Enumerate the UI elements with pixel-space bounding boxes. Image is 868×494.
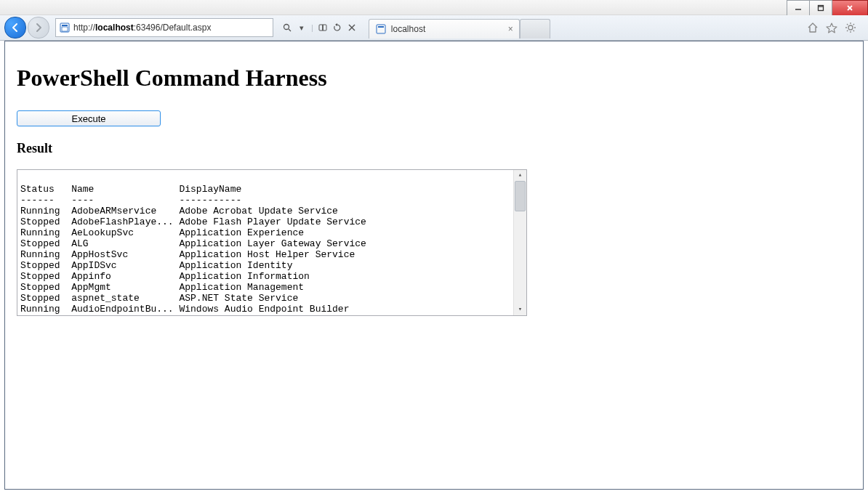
svg-line-9 [289, 29, 291, 31]
titlebar-background [4, 4, 787, 11]
window-controls [787, 0, 868, 15]
browser-window: http://localhost:63496/Default.aspx ▾ | [0, 0, 868, 494]
new-tab-button[interactable] [520, 19, 550, 39]
window-titlebar [0, 0, 868, 15]
search-icon[interactable] [282, 23, 292, 33]
svg-rect-15 [378, 26, 384, 28]
forward-button[interactable] [28, 17, 49, 39]
result-heading: Result [17, 141, 851, 156]
svg-line-22 [853, 31, 854, 31]
favorites-icon[interactable] [826, 22, 837, 33]
url-path: :63496/Default.aspx [134, 23, 212, 33]
compat-view-icon[interactable] [318, 23, 328, 33]
result-textarea[interactable]: Status Name DisplayName ------ ---- ----… [17, 169, 527, 316]
site-icon [59, 22, 71, 33]
url-prefix: http:// [73, 23, 95, 33]
tab-strip: localhost × [369, 17, 798, 39]
maximize-button[interactable] [810, 0, 832, 16]
tab-localhost[interactable]: localhost × [369, 19, 520, 39]
tools-icon[interactable] [845, 22, 856, 33]
svg-line-24 [853, 24, 854, 25]
home-icon[interactable] [807, 22, 819, 33]
result-content: Status Name DisplayName ------ ---- ----… [17, 170, 513, 315]
scroll-up-icon[interactable]: ▴ [515, 170, 526, 181]
svg-rect-7 [62, 27, 68, 31]
scrollbar[interactable]: ▴ ▾ [513, 170, 526, 315]
navigation-bar: http://localhost:63496/Default.aspx ▾ | [0, 15, 868, 41]
tab-favicon [375, 23, 387, 35]
tab-title: localhost [391, 24, 425, 34]
page-body: PowerShell Command Harness Execute Resul… [5, 41, 863, 316]
svg-point-8 [284, 25, 289, 30]
command-bar [800, 22, 864, 33]
minimize-button[interactable] [787, 0, 810, 16]
svg-line-21 [847, 24, 848, 25]
address-actions: ▾ | [275, 23, 364, 33]
refresh-icon[interactable] [332, 23, 342, 33]
dropdown-icon[interactable]: ▾ [297, 23, 307, 33]
close-button[interactable] [832, 0, 868, 16]
url-host: localhost [95, 23, 134, 33]
svg-line-23 [847, 31, 848, 31]
back-button[interactable] [4, 17, 26, 39]
page-title: PowerShell Command Harness [17, 65, 851, 92]
tab-close-icon[interactable]: × [508, 24, 513, 34]
stop-icon[interactable] [347, 23, 357, 33]
scroll-down-icon[interactable]: ▾ [515, 304, 526, 315]
separator: | [311, 23, 313, 32]
svg-rect-14 [377, 25, 385, 33]
scroll-thumb[interactable] [515, 181, 526, 211]
svg-rect-6 [62, 25, 68, 26]
execute-button[interactable]: Execute [17, 110, 161, 126]
address-bar[interactable]: http://localhost:63496/Default.aspx [55, 18, 273, 37]
content-frame: PowerShell Command Harness Execute Resul… [4, 41, 864, 490]
svg-point-16 [848, 25, 853, 30]
url-text: http://localhost:63496/Default.aspx [73, 23, 211, 33]
